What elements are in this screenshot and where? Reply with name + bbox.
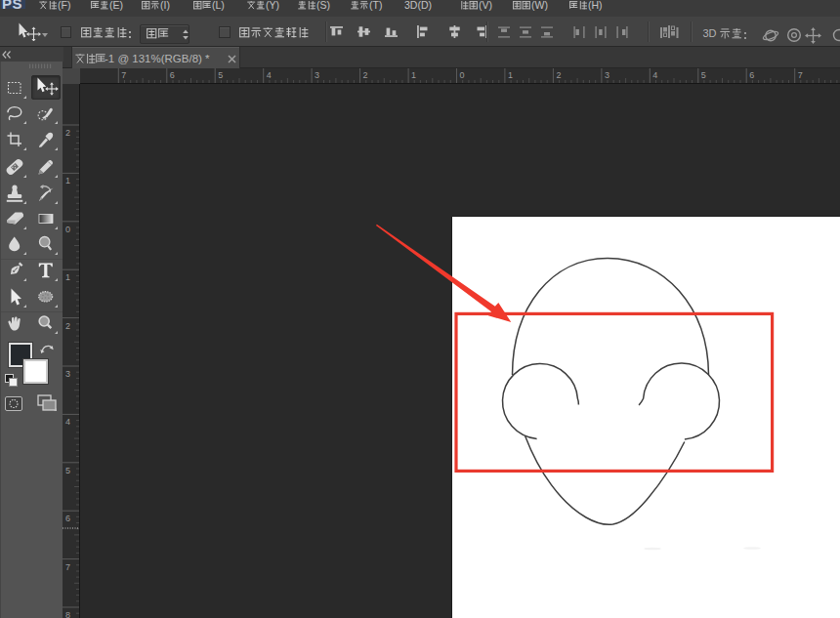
svg-text:1: 1 (508, 70, 513, 80)
svg-text:4: 4 (267, 70, 272, 80)
svg-text:8: 8 (65, 610, 70, 618)
svg-text:3: 3 (605, 70, 609, 80)
svg-text:2: 2 (556, 70, 561, 80)
svg-text:1: 1 (65, 272, 70, 282)
svg-text:5: 5 (65, 466, 70, 475)
svg-text:1: 1 (65, 176, 70, 185)
svg-text:2: 2 (65, 321, 70, 331)
svg-text:1: 1 (411, 70, 416, 80)
svg-text:5: 5 (218, 70, 223, 80)
svg-text:6: 6 (170, 70, 175, 80)
svg-text:0: 0 (65, 225, 70, 234)
svg-text:6: 6 (65, 514, 70, 523)
svg-text:0: 0 (460, 70, 465, 80)
svg-text:3: 3 (65, 369, 70, 379)
svg-text:2: 2 (363, 70, 368, 80)
svg-text:7: 7 (65, 562, 70, 572)
svg-text:3: 3 (315, 70, 319, 80)
svg-text:4: 4 (65, 417, 70, 427)
svg-text:7: 7 (798, 70, 803, 80)
svg-text:7: 7 (121, 70, 126, 80)
svg-text:4: 4 (652, 70, 657, 80)
svg-text:5: 5 (701, 70, 706, 80)
svg-text:2: 2 (65, 128, 70, 138)
svg-text:6: 6 (749, 70, 754, 80)
